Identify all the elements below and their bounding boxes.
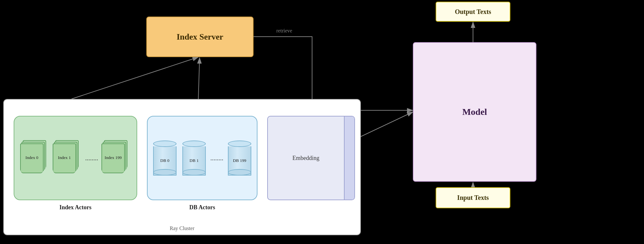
svg-line-2	[72, 57, 198, 99]
model-box: Model	[413, 42, 536, 182]
cylinder-body-199: DB 199	[228, 146, 251, 176]
embedding-label: Embedding	[293, 155, 320, 162]
index-0-label: Index 0	[25, 155, 38, 160]
input-texts-box: Input Texts	[436, 187, 510, 208]
input-texts-label: Input Texts	[457, 194, 489, 201]
db-199-cylinder: DB 199	[227, 140, 253, 176]
index-actors-label: Index Actors	[59, 204, 92, 211]
ray-cluster-label: Ray Cluster	[170, 226, 194, 231]
cylinder-top-0	[153, 140, 177, 147]
index-dots: ........	[85, 154, 98, 162]
index-1-docs: Index 1	[53, 140, 82, 176]
model-label: Model	[462, 107, 487, 117]
db-actors-group: DB 0 DB 1 ........ DB 199	[147, 116, 257, 200]
svg-line-5	[198, 58, 200, 99]
doc-front-1: Index 1	[53, 143, 76, 172]
index-actors-group: Index 0 Index 1 ........ Index 199	[14, 116, 137, 200]
index-199-docs: Index 199	[101, 140, 131, 176]
diagram-container: retrieve Index Server Ray Cluster Index …	[0, 0, 644, 244]
cylinder-bottom-0	[153, 169, 177, 176]
cylinder-body-1: DB 1	[182, 146, 206, 176]
index-server-label: Index Server	[177, 32, 223, 42]
cylinder-top-1	[182, 140, 206, 147]
index-0-docs: Index 0	[20, 140, 49, 176]
svg-text:retrieve: retrieve	[276, 28, 292, 33]
doc-front-0: Index 0	[20, 143, 44, 172]
index-1-label: Index 1	[58, 155, 71, 160]
doc-front-199: Index 199	[101, 143, 125, 172]
db-actors-label: DB Actors	[189, 204, 215, 211]
embedding-actors-group: Embedding Embedding Actors	[267, 116, 355, 200]
index-199-label: Index 199	[105, 155, 122, 160]
db-199-label: DB 199	[233, 158, 246, 163]
cylinder-body-0: DB 0	[153, 146, 177, 176]
db-0-label: DB 0	[160, 158, 169, 163]
db-1-label: DB 1	[190, 158, 199, 163]
cylinder-top-199	[228, 140, 251, 147]
db-1-cylinder: DB 1	[181, 140, 207, 176]
output-texts-box: Output Texts	[436, 2, 510, 22]
embedding-stripe	[345, 116, 354, 200]
cylinder-bottom-199	[228, 169, 251, 176]
ray-cluster-box: Ray Cluster Index 0 Index 1 ........	[3, 99, 361, 235]
output-texts-label: Output Texts	[455, 8, 491, 16]
db-0-cylinder: DB 0	[152, 140, 178, 176]
db-dots: ........	[210, 154, 223, 162]
index-server-box: Index Server	[146, 17, 254, 57]
cylinder-bottom-1	[182, 169, 206, 176]
embedding-inner: Embedding	[268, 116, 345, 200]
